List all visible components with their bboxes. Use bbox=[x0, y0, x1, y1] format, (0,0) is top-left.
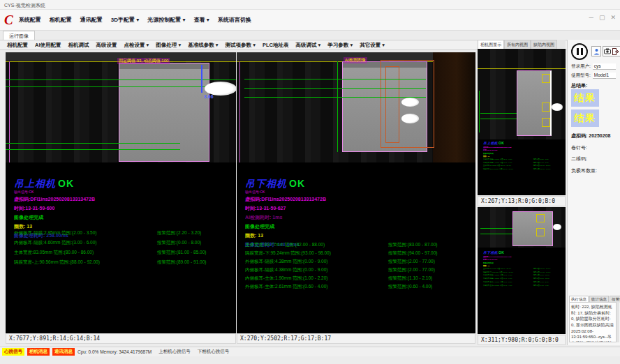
mid-measurements: 主体宽度:83.77mm 范围:(82.00 - 88.00)报警范围:(83.… bbox=[245, 242, 472, 292]
tab-blob bbox=[552, 103, 563, 111]
blue-measure-value: 3.66 bbox=[204, 94, 214, 99]
toolbar-baseline-params[interactable]: 基准线参数 ▾ bbox=[188, 42, 218, 49]
measure-line-green bbox=[480, 228, 512, 229]
reference-line-yellow bbox=[478, 68, 566, 69]
maximize-icon[interactable]: ▢ bbox=[599, 14, 605, 21]
toolbar-test-item-params[interactable]: 测试项参数 ▾ bbox=[226, 42, 256, 49]
user-lock-button[interactable] bbox=[591, 46, 601, 56]
minimize-icon[interactable]: ─ bbox=[589, 14, 593, 21]
measure-vline-green bbox=[337, 61, 338, 152]
roi-box-yellow bbox=[542, 74, 550, 83]
tab-blob bbox=[401, 114, 419, 123]
toolbar-advanced-debug[interactable]: 高级调试 ▾ bbox=[295, 42, 320, 49]
toolbar-camera-debug[interactable]: 相机调试 bbox=[68, 42, 89, 49]
measurement-row: 主体宽度:83.77mm 范围:(82.00 - 88.00)报警范围:(83.… bbox=[245, 242, 472, 250]
app-logo-icon: C bbox=[4, 13, 13, 26]
window-title: CYS-视觉检测系统 bbox=[4, 3, 45, 8]
virtual-code-value: 虚拟码: 20250208 bbox=[571, 132, 610, 139]
upper-camera-heartbeat: 上相机心跳信号 bbox=[158, 349, 191, 355]
toolbar-advanced-settings[interactable]: 高级设置 bbox=[96, 42, 117, 49]
mini-scene bbox=[478, 49, 566, 139]
battery-cell-region bbox=[119, 63, 209, 162]
execution-log[interactable]: 耗时: 222, 缺陷检测耗时: 17, 缺陷分类耗时: 0, 缺陷提取分区耗时… bbox=[569, 302, 617, 342]
pause-icon bbox=[577, 48, 579, 55]
lower-camera-heartbeat: 下相机心跳信号 bbox=[198, 349, 230, 355]
roi-box-yellow bbox=[536, 228, 545, 236]
login-user-row: 登录用户: cys bbox=[571, 63, 616, 70]
tab-blob bbox=[401, 98, 419, 107]
log-scrollbar[interactable] bbox=[617, 302, 619, 342]
mini-view-top[interactable]: 吊上相机OK 虚拟码:DFI1ins2025020813313472B 时间:1… bbox=[478, 49, 566, 195]
result-badge-1: 结果 bbox=[571, 89, 599, 107]
toolbar-other-settings[interactable]: 其它设置 ▾ bbox=[360, 42, 385, 49]
time-line: 时间:13-31-59-600 bbox=[14, 205, 95, 212]
menu-view[interactable]: 查看 ▾ bbox=[193, 16, 209, 24]
barcode-line: 虚拟码:DFI1ins2025020813313472B bbox=[14, 196, 95, 203]
mini-view-bottom[interactable]: 吊下相机OK 虚拟码:DFI1ins2025020813313472B 时间:1… bbox=[478, 207, 566, 334]
menu-3d-hand-config[interactable]: 3D手配置 ▾ bbox=[111, 16, 139, 24]
left-pixel-coords: X:7677;Y:891;R:14;G:14;B:14 bbox=[6, 333, 236, 344]
window-titlebar[interactable]: CYS-视觉检测系统 bbox=[0, 0, 620, 10]
cpu-memory-text: Cpu: 0.0% Memory: 3424.4179687M bbox=[78, 349, 152, 354]
heartbeat-badge: 心跳信号 bbox=[2, 348, 24, 356]
login-user-label: 登录用户: bbox=[571, 63, 591, 70]
ai-cost-line: AI检测耗时: 1ms bbox=[245, 214, 326, 221]
needle-number-label: 卷针号: bbox=[571, 144, 587, 151]
mid-camera-view[interactable]: AI检测图像 吊下相机OK 输出信号:OK 虚拟码:DFI1ins2025020… bbox=[237, 52, 475, 333]
logout-button[interactable] bbox=[611, 46, 620, 56]
tab-defect-inner-views[interactable]: 缺陷内视图 bbox=[531, 40, 557, 49]
comm-message-badge: 通讯消息 bbox=[52, 348, 75, 356]
model-label: 使用型号: bbox=[571, 73, 591, 79]
measure-line-green bbox=[480, 113, 517, 114]
measure-line-green bbox=[244, 88, 426, 89]
measurement-row: 外侧极耳-主体:2.61mm 范围:(0.60 - 4.00)报警范围:(0.6… bbox=[245, 284, 472, 292]
menu-language-switch[interactable]: 系统语言切换 bbox=[218, 16, 251, 24]
threshold-overlay-label: 固定阈值:93, 动态阈值:100 bbox=[117, 58, 170, 64]
processing-done-line: 图像处理完成 bbox=[14, 214, 95, 221]
mini-view-tabs: 相机图显示 所有内视图 缺陷内视图 bbox=[478, 40, 566, 49]
left-camera-view[interactable]: 固定阈值:93, 动态阈值:100 3.66 吊上相机OK 输出信号:OK 虚拟… bbox=[6, 52, 236, 333]
pause-button[interactable] bbox=[571, 43, 588, 60]
mini-top-pixel-coords: X:267;Y:13;R:0;G:0;B:0 bbox=[478, 196, 566, 206]
menu-light-control-config[interactable]: 光源控制配置 ▾ bbox=[147, 16, 185, 24]
toolbar-plc-address-table[interactable]: PLC地址表 bbox=[263, 42, 289, 49]
toolbar-image-processing[interactable]: 图像处理 ▾ bbox=[156, 42, 181, 49]
toolbar-spotcheck-settings[interactable]: 点检设置 ▾ bbox=[124, 42, 149, 49]
logout-icon bbox=[612, 48, 619, 55]
menu-camera-config[interactable]: 相机配置 bbox=[50, 16, 72, 24]
app-window: CYS-视觉检测系统 C 系统配置 相机配置 通讯配置 3D手配置 ▾ 光源控制… bbox=[0, 0, 620, 364]
model-row: 使用型号: Model1 bbox=[571, 73, 616, 79]
roi-box-yellow bbox=[536, 214, 545, 222]
measure-line-green bbox=[244, 79, 426, 79]
menu-system-config[interactable]: 系统配置 bbox=[19, 16, 41, 24]
close-icon[interactable]: ✕ bbox=[610, 14, 616, 21]
toolbar-camera-config[interactable]: 相机配置 bbox=[7, 42, 28, 49]
battery-cell-region bbox=[512, 211, 553, 246]
toolbar-learning-params[interactable]: 学习参数 ▾ bbox=[327, 42, 353, 49]
menu-bar: C 系统配置 相机配置 通讯配置 3D手配置 ▾ 光源控制配置 ▾ 查看 ▾ 系… bbox=[0, 10, 620, 31]
tab-run-image[interactable]: 运行图像 bbox=[3, 31, 35, 40]
tab-all-inner-views[interactable]: 所有内视图 bbox=[504, 40, 531, 49]
measure-vline-green bbox=[479, 91, 480, 132]
measurement-row: 隔膜宽度-上:90.56mm 范围:(88.00 - 92.00)报警范围:(8… bbox=[14, 259, 236, 269]
measurement-row: 内侧极耳-隔膜:4.38mm 范围:(0.00 - 9.00)报警范围:(2.0… bbox=[245, 267, 472, 275]
login-user-value[interactable]: cys bbox=[593, 63, 616, 70]
barcode-line: 虚拟码:DFI1ins2025020813313472B bbox=[245, 196, 326, 203]
measurement-row: 隔膜宽度-下:95.24mm 范围:(93.00 - 98.00)报警范围:(9… bbox=[245, 250, 472, 259]
camera-status: OK bbox=[289, 178, 305, 189]
mini-scene bbox=[478, 207, 566, 248]
edge-line-magenta bbox=[239, 61, 240, 162]
measure-line-green bbox=[480, 119, 517, 119]
model-value[interactable]: Model1 bbox=[593, 73, 616, 79]
measure-line-green bbox=[6, 143, 180, 144]
mid-result-text: 吊下相机OK 输出信号:OK 虚拟码:DFI1ins20250208133134… bbox=[245, 178, 326, 248]
camera-title: 吊下相机 bbox=[245, 178, 287, 189]
mid-camera-scene: AI检测图像 bbox=[237, 52, 475, 162]
tab-camera-display[interactable]: 相机图显示 bbox=[478, 40, 504, 49]
mini-result-text: 吊下相机OK 虚拟码:DFI1ins2025020813313472B 时间:1… bbox=[483, 250, 566, 288]
menu-comm-config[interactable]: 通讯配置 bbox=[80, 16, 103, 24]
time-line: 时间:13-31-59-627 bbox=[245, 205, 326, 212]
toolbar-ai-usage-config[interactable]: AI使用配置 bbox=[35, 42, 61, 49]
cell-top-shade bbox=[119, 63, 209, 69]
measure-line-green bbox=[480, 234, 512, 234]
